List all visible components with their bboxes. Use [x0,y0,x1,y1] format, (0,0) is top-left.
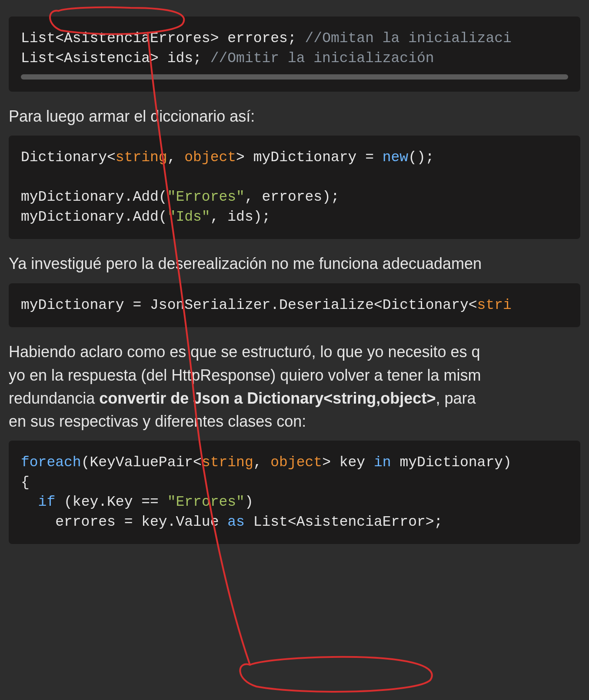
paragraph: Para luego armar el diccionario así: [9,105,580,128]
code-token: myDictionary = JsonSerializer.Deserializ… [21,297,477,313]
code-token: errores; [219,30,305,46]
code-token: , ids); [210,209,271,225]
code-keyword: foreach [21,455,81,471]
code-keyword: if [38,494,56,510]
code-token: myDictionary) [391,455,512,471]
text: redundancia [9,389,99,407]
code-token: <AsistenciaErrores> [55,30,219,46]
code-keyword: in [374,455,391,471]
code-string: "Errores" [167,189,245,205]
text: , para [436,389,476,407]
code-block-4[interactable]: foreach(KeyValuePair<string, object> key… [9,441,580,544]
text-bold: convertir de Json a Dictionary<string,ob… [99,389,436,407]
code-block-1[interactable]: List<AsistenciaErrores> errores; //Omita… [9,17,580,92]
code-keyword: string [116,149,167,166]
code-keyword: as [227,514,245,530]
page-content: List<AsistenciaErrores> errores; //Omita… [0,0,589,561]
code-token: { [21,474,30,491]
code-block-2[interactable]: Dictionary<string, object> myDictionary … [9,136,580,239]
annotation-circle-bottom [240,657,432,692]
code-string: "Ids" [167,209,210,225]
code-token: List [21,30,55,46]
code-keyword: object [270,455,322,471]
code-keyword: string [202,455,253,471]
code-string: "Errores" [167,494,245,510]
code-token: errores = key.Value [21,514,227,530]
code-token: (KeyValuePair< [81,455,202,471]
code-token: , [167,149,185,166]
code-token: Dictionary< [21,149,116,166]
code-token: List<AsistenciaError>; [245,514,443,530]
code-keyword: stri [477,297,512,313]
code-token: (key.Key == [55,494,167,510]
code-token: myDictionary.Add( [21,189,167,205]
text: yo en la respuesta (del HttpResponse) qu… [9,366,481,384]
horizontal-scrollbar[interactable] [21,74,568,80]
paragraph: Habiendo aclaro como es que se estructur… [9,340,580,433]
code-token: (); [408,149,434,166]
code-token: ) [245,494,253,510]
code-comment: //Omitan la inicializaci [305,30,512,46]
code-keyword: new [383,149,408,166]
code-token: > myDictionary = [236,149,383,166]
code-token [21,494,38,510]
paragraph: Ya investigué pero la deserealización no… [9,252,580,275]
code-keyword: object [184,149,236,166]
code-token: > key [322,455,374,471]
text: Habiendo aclaro como es que se estructur… [9,343,480,361]
code-token: List<Asistencia> ids; [21,50,210,66]
code-token: , [253,455,271,471]
text: en sus respectivas y diferentes clases c… [9,412,306,430]
code-token: , errores); [245,189,339,205]
code-block-3[interactable]: myDictionary = JsonSerializer.Deserializ… [9,283,580,328]
code-token: myDictionary.Add( [21,209,167,225]
code-comment: //Omitir la inicialización [210,50,434,66]
